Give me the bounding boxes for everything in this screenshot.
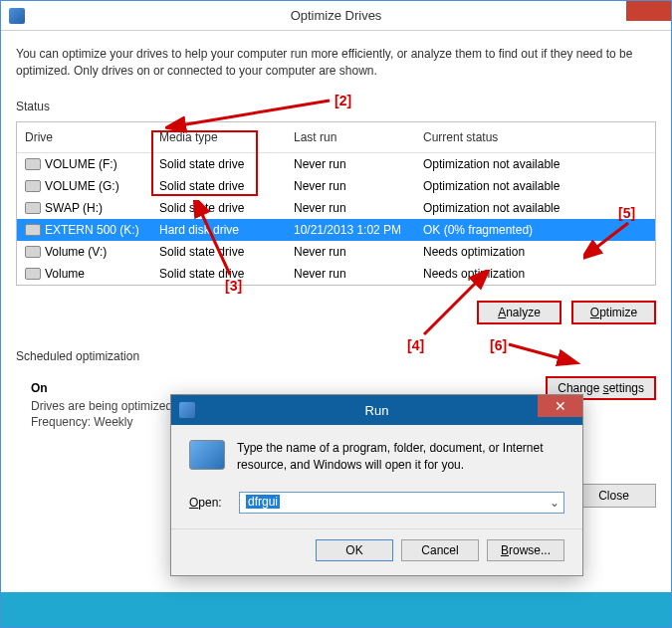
current-status: Needs optimization: [415, 243, 655, 261]
defrag-icon: [9, 8, 25, 24]
table-row[interactable]: SWAP (H:)Solid state driveNever runOptim…: [17, 197, 655, 219]
drive-icon: [25, 180, 41, 192]
status-label: Status: [16, 100, 656, 113]
close-icon[interactable]: [626, 1, 671, 21]
run-open-input[interactable]: dfrgui ⌄: [239, 492, 564, 514]
media-type: Solid state drive: [151, 155, 286, 173]
current-status: OK (0% fragmented): [415, 221, 655, 239]
run-dialog: Run ✕ Type the name of a program, folder…: [170, 394, 583, 576]
drive-icon: [25, 158, 41, 170]
drive-name: Volume (V:): [45, 245, 107, 259]
titlebar: Optimize Drives: [1, 1, 671, 31]
last-run: Never run: [286, 265, 415, 283]
media-type: Solid state drive: [151, 243, 286, 261]
col-drive-header[interactable]: Drive: [17, 128, 151, 146]
run-description: Type the name of a program, folder, docu…: [237, 440, 564, 474]
drive-table: Drive Media type Last run Current status…: [16, 121, 656, 286]
run-close-button[interactable]: ✕: [538, 395, 582, 417]
drive-icon: [25, 246, 41, 258]
table-row[interactable]: VOLUME (G:)Solid state driveNever runOpt…: [17, 175, 655, 197]
last-run: Never run: [286, 243, 415, 261]
optimize-drives-window: Optimize Drives You can optimize your dr…: [0, 0, 672, 628]
drive-name: VOLUME (G:): [45, 179, 119, 193]
table-row[interactable]: VOLUME (F:)Solid state driveNever runOpt…: [17, 153, 655, 175]
current-status: Optimization not available: [415, 155, 655, 173]
run-icon: [179, 402, 195, 418]
media-type: Solid state drive: [151, 177, 286, 195]
description-text: You can optimize your drives to help you…: [16, 46, 656, 80]
drive-name: Volume: [45, 267, 85, 281]
run-title: Run: [365, 403, 389, 418]
action-buttons: Analyze Optimize: [16, 301, 656, 324]
run-cancel-button[interactable]: Cancel: [401, 539, 479, 561]
taskbar-strip: [1, 592, 671, 627]
table-row[interactable]: VolumeSolid state driveNever runNeeds op…: [17, 263, 655, 285]
drive-icon: [25, 202, 41, 214]
schedule-label: Scheduled optimization: [16, 349, 656, 363]
drive-name: SWAP (H:): [45, 201, 103, 215]
run-program-icon: [189, 440, 225, 470]
content-area: You can optimize your drives to help you…: [1, 31, 671, 456]
drive-icon: [25, 268, 41, 280]
current-status: Needs optimization: [415, 265, 655, 283]
dropdown-icon[interactable]: ⌄: [547, 496, 561, 511]
last-run: Never run: [286, 177, 415, 195]
table-row[interactable]: EXTERN 500 (K:)Hard disk drive10/21/2013…: [17, 219, 655, 241]
current-status: Optimization not available: [415, 199, 655, 217]
run-input-value: dfrgui: [246, 495, 280, 509]
analyze-button[interactable]: Analyze: [477, 301, 561, 324]
drive-icon: [25, 224, 41, 236]
run-button-row: OK Cancel Browse...: [171, 528, 582, 575]
optimize-button[interactable]: Optimize: [571, 301, 656, 324]
media-type: Solid state drive: [151, 199, 286, 217]
close-row: Close: [571, 484, 656, 508]
col-status-header[interactable]: Current status: [415, 128, 655, 146]
run-titlebar: Run ✕: [171, 395, 582, 425]
drive-name: VOLUME (F:): [45, 157, 117, 171]
run-open-label: Open:: [189, 496, 229, 510]
current-status: Optimization not available: [415, 177, 655, 195]
close-button[interactable]: Close: [571, 484, 656, 508]
last-run: Never run: [286, 155, 415, 173]
window-title: Optimize Drives: [291, 8, 382, 23]
run-input-row: Open: dfrgui ⌄: [171, 484, 582, 528]
drive-name: EXTERN 500 (K:): [45, 223, 139, 237]
run-body: Type the name of a program, folder, docu…: [171, 425, 582, 484]
media-type: Solid state drive: [151, 265, 286, 283]
last-run: 10/21/2013 1:02 PM: [286, 221, 415, 239]
table-header: Drive Media type Last run Current status: [17, 122, 655, 153]
run-browse-button[interactable]: Browse...: [487, 539, 564, 561]
col-last-header[interactable]: Last run: [286, 128, 415, 146]
run-ok-button[interactable]: OK: [316, 539, 393, 561]
media-type: Hard disk drive: [151, 221, 286, 239]
col-media-header[interactable]: Media type: [151, 128, 286, 146]
table-row[interactable]: Volume (V:)Solid state driveNever runNee…: [17, 241, 655, 263]
last-run: Never run: [286, 199, 415, 217]
